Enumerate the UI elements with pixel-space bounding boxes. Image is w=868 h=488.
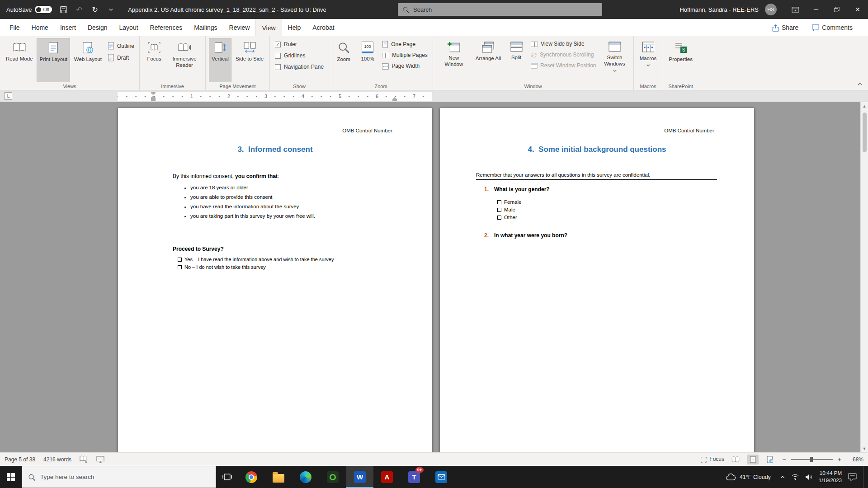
tab-file[interactable]: File bbox=[4, 19, 26, 36]
hanging-indent-marker[interactable] bbox=[151, 96, 156, 99]
taskbar-acrobat-button[interactable]: A bbox=[373, 466, 401, 488]
outline-button[interactable]: Outline bbox=[106, 42, 136, 50]
gridlines-checkbox[interactable]: Gridlines bbox=[273, 52, 307, 59]
reset-window-position-button[interactable]: Reset Window Position bbox=[529, 62, 598, 69]
synchronous-scrolling-button[interactable]: Synchronous Scrolling bbox=[529, 51, 595, 59]
zoom-slider[interactable] bbox=[791, 459, 833, 460]
zoom-100-button[interactable]: 100100% bbox=[356, 38, 379, 82]
share-button[interactable]: Share bbox=[768, 22, 803, 33]
autosave-switch[interactable]: Off bbox=[35, 6, 52, 13]
user-name[interactable]: Hoffmann, Sandra - REE-ERS bbox=[679, 6, 759, 13]
zoom-button[interactable]: Zoom bbox=[332, 38, 355, 82]
one-page-button[interactable]: One Page bbox=[380, 40, 417, 48]
zoom-out-button[interactable]: − bbox=[781, 455, 788, 463]
customize-qat-chevron-icon[interactable] bbox=[106, 5, 115, 14]
macros-button[interactable]: Macros bbox=[637, 38, 660, 82]
taskbar-green-app-button[interactable] bbox=[319, 466, 346, 488]
taskbar-search[interactable] bbox=[22, 466, 216, 488]
taskbar-word-button[interactable]: W bbox=[346, 466, 373, 488]
read-mode-view-button[interactable] bbox=[730, 455, 741, 465]
vertical-button[interactable]: Vertical bbox=[209, 38, 231, 82]
immersive-reader-button[interactable]: Immersive Reader bbox=[167, 38, 202, 82]
page-number-status[interactable]: Page 5 of 38 bbox=[5, 456, 35, 463]
weather-widget[interactable]: 41°F Cloudy bbox=[723, 474, 774, 481]
taskbar-chrome-button[interactable] bbox=[238, 466, 265, 488]
tab-acrobat[interactable]: Acrobat bbox=[307, 19, 340, 36]
ruler[interactable]: L 1234567 bbox=[0, 90, 868, 102]
hidden-icons-chevron-icon[interactable] bbox=[780, 475, 785, 479]
titlebar-search-input[interactable] bbox=[413, 6, 598, 13]
zoom-slider-thumb[interactable] bbox=[810, 457, 813, 462]
tab-selector[interactable]: L bbox=[5, 92, 12, 100]
tab-help[interactable]: Help bbox=[282, 19, 307, 36]
draft-button[interactable]: Draft bbox=[106, 53, 131, 62]
tab-mailings[interactable]: Mailings bbox=[188, 19, 223, 36]
titlebar-search[interactable] bbox=[398, 3, 602, 16]
comments-button[interactable]: Comments bbox=[807, 22, 857, 33]
zoom-in-button[interactable]: + bbox=[836, 455, 843, 463]
taskbar-search-input[interactable] bbox=[40, 474, 210, 480]
tab-design[interactable]: Design bbox=[82, 19, 113, 36]
taskbar-outlook-button[interactable] bbox=[428, 466, 455, 488]
close-button[interactable]: ✕ bbox=[847, 0, 868, 19]
vertical-scrollbar[interactable]: ▲ ▼ bbox=[860, 102, 868, 452]
volume-icon[interactable] bbox=[805, 474, 812, 480]
focus-button[interactable]: Focus bbox=[143, 38, 165, 82]
show-desktop-button[interactable] bbox=[863, 466, 865, 488]
tab-home[interactable]: Home bbox=[26, 19, 54, 36]
collapse-ribbon-icon[interactable] bbox=[857, 80, 863, 88]
properties-button[interactable]: S Properties bbox=[666, 38, 695, 82]
taskbar-file-explorer-button[interactable] bbox=[265, 466, 292, 488]
print-layout-view-button[interactable] bbox=[747, 455, 759, 465]
left-indent-marker[interactable] bbox=[151, 99, 156, 101]
proofing-errors-icon[interactable] bbox=[80, 455, 88, 463]
accessibility-icon[interactable] bbox=[96, 456, 104, 463]
side-to-side-button[interactable]: Side to Side bbox=[233, 38, 266, 82]
word-count-status[interactable]: 4216 words bbox=[43, 456, 71, 463]
page-width-button[interactable]: Page Width bbox=[380, 62, 421, 70]
tab-references[interactable]: References bbox=[144, 19, 189, 36]
start-button[interactable] bbox=[0, 466, 22, 488]
ribbon-display-options-button[interactable] bbox=[785, 0, 806, 19]
scroll-up-icon[interactable]: ▲ bbox=[863, 102, 867, 110]
gender-option-female: Female bbox=[497, 199, 521, 205]
autosave-toggle[interactable]: AutoSave Off bbox=[6, 6, 52, 13]
scroll-down-icon[interactable]: ▼ bbox=[863, 445, 867, 452]
avatar[interactable]: HS bbox=[765, 4, 777, 15]
print-layout-button[interactable]: Print Layout bbox=[37, 38, 70, 82]
view-side-by-side-button[interactable]: View Side by Side bbox=[529, 40, 586, 48]
document-page-1[interactable]: OMB Control Number: 3. Informed consent … bbox=[118, 108, 432, 452]
redo-icon[interactable]: ↻ bbox=[90, 5, 99, 14]
first-line-indent-marker[interactable] bbox=[151, 92, 156, 95]
ruler-checkbox[interactable]: Ruler bbox=[273, 41, 299, 48]
navigation-pane-checkbox[interactable]: Navigation Pane bbox=[273, 63, 326, 70]
taskbar-teams-button[interactable]: T9+ bbox=[401, 466, 428, 488]
network-icon[interactable] bbox=[792, 474, 799, 480]
new-window-button[interactable]: New Window bbox=[436, 38, 472, 82]
multiple-pages-button[interactable]: Multiple Pages bbox=[380, 52, 429, 59]
focus-mode-button[interactable]: Focus bbox=[701, 456, 724, 462]
split-button[interactable]: Split bbox=[505, 38, 528, 82]
tab-view[interactable]: View bbox=[255, 19, 282, 36]
read-mode-button[interactable]: Read Mode bbox=[3, 38, 35, 82]
right-indent-marker[interactable] bbox=[392, 97, 397, 101]
action-center-icon[interactable] bbox=[848, 473, 857, 481]
ruler-ticks[interactable]: 1234567 bbox=[118, 92, 432, 101]
scrollbar-thumb[interactable] bbox=[863, 113, 867, 152]
arrange-all-button[interactable]: Arrange All bbox=[473, 38, 504, 82]
save-icon[interactable] bbox=[59, 5, 68, 14]
tab-review[interactable]: Review bbox=[223, 19, 256, 36]
clock[interactable]: 10:44 PM1/19/2023 bbox=[819, 470, 842, 484]
taskbar-edge-button[interactable] bbox=[292, 466, 319, 488]
task-view-button[interactable] bbox=[216, 466, 238, 488]
restore-button[interactable] bbox=[826, 0, 847, 19]
tab-layout[interactable]: Layout bbox=[113, 19, 144, 36]
undo-icon[interactable]: ↶ bbox=[75, 5, 84, 14]
minimize-button[interactable]: ─ bbox=[806, 0, 826, 19]
switch-windows-button[interactable]: Switch Windows bbox=[599, 38, 630, 82]
web-layout-button[interactable]: Web Layout bbox=[71, 38, 104, 82]
document-page-2[interactable]: OMB Control Number: 4. Some initial back… bbox=[440, 108, 754, 452]
web-layout-view-button[interactable] bbox=[764, 455, 776, 465]
tab-insert[interactable]: Insert bbox=[54, 19, 82, 36]
zoom-percentage[interactable]: 68% bbox=[846, 456, 863, 463]
